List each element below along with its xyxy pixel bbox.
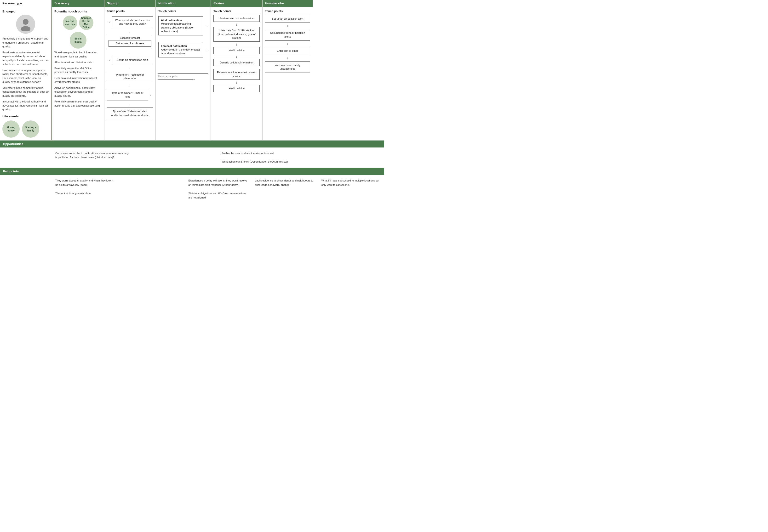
disc-text-5: Active on social media, particularly foc… xyxy=(54,86,102,98)
top-section: Persona type Engaged Proactively trying … xyxy=(0,0,384,141)
unsub-box-1: Set up an air pollution alert xyxy=(265,15,310,23)
arrow-3: ↓ xyxy=(107,66,153,69)
unsubscribe-col-header: Unsubscribe xyxy=(262,0,312,7)
flow-box-setup-alert: Set up an air pollution alert xyxy=(112,56,153,64)
notif-box-forecast: Forecast notification A day(s) within th… xyxy=(158,42,203,57)
life-event-starting-family: Starting a family xyxy=(22,120,39,138)
avatar-icon xyxy=(18,17,33,31)
pain-text-5: What if I have subscribed to multiple lo… xyxy=(321,179,379,186)
page-wrapper: Persona type Engaged Proactively trying … xyxy=(0,0,384,204)
opp-text-3: Enable the user to share the alert or fo… xyxy=(221,152,288,163)
unsubscribe-path-arrow: ————————————→ xyxy=(158,78,196,81)
disc-text-1: Would use google to find information and… xyxy=(54,51,102,58)
signup-touch-title: Touch points xyxy=(107,10,153,13)
review-col-body: Touch points Reviews alert on web servic… xyxy=(211,7,262,140)
persona-header-text: Persona type xyxy=(2,1,22,5)
persona-desc-5: In contact with the local authority and … xyxy=(2,100,49,112)
flow-box-alerts-forecasts: What are alerts and forecasts and how do… xyxy=(112,16,153,28)
pain-text-3: Experiences a delay with alerts, they wo… xyxy=(188,179,247,199)
review-box-2: Meta data from AURN station (time, pollu… xyxy=(213,27,260,41)
unsubscribe-path-label: Unsubscribe path xyxy=(158,75,177,78)
review-arrow-4: ↓ xyxy=(213,81,260,84)
notif-alert-text: Measured data breaching statutory obliga… xyxy=(161,22,200,33)
opportunities-section: Opportunities Can a user subscribe to no… xyxy=(0,141,384,168)
review-col-header: Review xyxy=(211,0,262,7)
arrow-1: ↓ xyxy=(107,30,153,33)
arrow-notif-to-signup: ← xyxy=(149,93,153,97)
persona-desc-4: Volunteers in the community and is conce… xyxy=(2,86,49,98)
arrow-notif-to-review-2: → xyxy=(204,48,208,52)
notif-forecast-text: A day(s) within the 5 day forecast is mo… xyxy=(161,48,200,55)
pain-col-4: Lacks evidence to show friends and neigh… xyxy=(251,179,318,200)
review-header-text: Review xyxy=(213,1,224,5)
discovery-bubble-row-1: Internet searches Services like the Met … xyxy=(54,16,102,30)
notif-forecast-title: Forecast notification xyxy=(161,44,200,48)
disc-text-6: Potentially aware of some air quality ac… xyxy=(54,100,102,108)
review-arrow-2: ↓ xyxy=(213,43,260,46)
review-box-4: Generic pollutant information xyxy=(213,59,260,66)
persona-col-header: Persona type xyxy=(0,0,51,7)
unsub-arrow-3: ↓ xyxy=(265,57,310,60)
signup-header-text: Sign up xyxy=(107,1,118,5)
unsub-arrow-1: ↓ xyxy=(265,24,310,28)
arrow-notif-to-review-1: → xyxy=(204,24,208,28)
painpoints-section: Painpoints They worry about air quality … xyxy=(0,168,384,204)
unsub-box-4: You have successfully unsubscribed xyxy=(265,61,310,73)
opp-col-3: Enable the user to share the alert or fo… xyxy=(218,151,301,164)
notif-row-1: Alert notification Measured data breachi… xyxy=(158,15,208,37)
discovery-touch-title: Potential touch points xyxy=(54,10,102,13)
col-unsubscribe: Unsubscribe Touch points Set up an air p… xyxy=(262,0,312,140)
persona-col-body: Engaged Proactively trying to gather sup… xyxy=(0,7,51,140)
discovery-col-body: Potential touch points Internet searches… xyxy=(52,7,104,140)
signup-flow-row-1: → What are alerts and forecasts and how … xyxy=(107,15,153,29)
discovery-header-text: Discovery xyxy=(54,1,69,5)
review-box-1: Reviews alert on web service xyxy=(213,15,260,22)
arrow-discovery-to-signup-3: → xyxy=(107,58,111,62)
bubble-social-media: Social media xyxy=(70,32,86,49)
pain-text-1: They worry about air quality and when th… xyxy=(55,179,113,195)
opportunities-header: Opportunities xyxy=(0,141,384,147)
flow-label-location-forecast: Location forecast xyxy=(108,36,151,39)
discovery-bubble-row-2: Social media xyxy=(54,32,102,49)
pain-col-5: What if I have subscribed to multiple lo… xyxy=(317,179,384,200)
flow-box-reminder-type: Type of reminder? Email or text xyxy=(107,89,148,101)
life-event-moving-house: Moving house xyxy=(2,120,20,138)
signup-flow-row-3: → Set up an air pollution alert xyxy=(107,55,153,65)
persona-desc-3: Has an interest in long-term impacts rat… xyxy=(2,68,49,84)
arrow-2: ↓ xyxy=(107,51,153,54)
unsubscribe-header-text: Unsubscribe xyxy=(265,1,284,5)
svg-point-0 xyxy=(23,19,28,25)
life-events-bubbles: Moving house Starting a family xyxy=(2,120,49,138)
bubble-met-office: Services like the Met Office xyxy=(79,16,93,30)
notif-row-2: Forecast notification A day(s) within th… xyxy=(158,41,208,59)
pain-col-2 xyxy=(118,179,185,200)
svg-point-1 xyxy=(21,26,30,31)
disc-text-4: Gets data and information from local env… xyxy=(54,76,102,84)
life-events-title: Life events xyxy=(2,114,49,118)
painpoints-body: They worry about air quality and when th… xyxy=(0,175,384,204)
disc-text-2: After forecast and historical data. xyxy=(54,60,102,64)
opportunities-body: Can a user subscribe to notifications wh… xyxy=(0,147,384,168)
notif-box-alert: Alert notification Measured data breachi… xyxy=(158,16,203,35)
review-arrow-3: ↓ xyxy=(213,55,260,58)
unsub-box-3: Enter text or email xyxy=(265,47,310,55)
col-persona: Persona type Engaged Proactively trying … xyxy=(0,0,51,140)
unsubscribe-col-body: Touch points Set up an air pollution ale… xyxy=(262,7,312,140)
unsubscribe-touch-title: Touch points xyxy=(265,10,310,13)
opp-col-1: Can a user subscribe to notifications wh… xyxy=(51,151,135,164)
bubble-internet-searches: Internet searches xyxy=(63,16,77,30)
col-discovery: Discovery Potential touch points Interne… xyxy=(51,0,104,140)
notification-header-text: Notification xyxy=(158,1,176,5)
arrow-5: ↓ xyxy=(107,103,153,106)
flow-box-alert-type: Type of alert? Measured alert and/or for… xyxy=(107,108,153,119)
pain-col-3: Experiences a delay with alerts, they wo… xyxy=(184,179,251,200)
unsub-box-2: Unsubscribe from air pollution alerts xyxy=(265,29,310,41)
review-arrow-1: ↓ xyxy=(213,23,260,26)
review-box-6: Health advice xyxy=(213,85,260,92)
notification-col-header: Notification xyxy=(156,0,210,7)
pain-col-1: They worry about air quality and when th… xyxy=(51,179,118,200)
arrow-discovery-to-signup: → xyxy=(107,20,111,24)
signup-col-header: Sign up xyxy=(104,0,155,7)
opp-col-4 xyxy=(301,151,384,164)
col-review: Review Touch points Reviews alert on web… xyxy=(211,0,262,140)
